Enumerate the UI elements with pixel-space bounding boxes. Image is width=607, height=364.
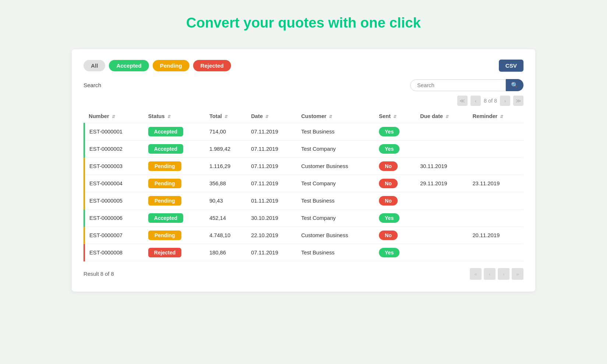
cell-due-date <box>416 123 468 140</box>
status-badge: Accepted <box>148 213 183 223</box>
filter-all-button[interactable]: All <box>84 60 105 71</box>
filter-accepted-button[interactable]: Accepted <box>109 60 149 71</box>
search-button[interactable]: 🔍 <box>506 79 523 91</box>
cell-number: EST-0000003 <box>84 158 144 175</box>
cell-date: 22.10.2019 <box>246 227 297 244</box>
status-badge: Pending <box>148 196 181 206</box>
footer-row: Result 8 of 8 « ‹ › » <box>84 268 523 280</box>
cell-sent: No <box>375 158 416 175</box>
col-reminder: Reminder ⇵ <box>468 110 523 123</box>
status-badge: Rejected <box>148 248 182 257</box>
cell-customer: Customer Business <box>297 227 375 244</box>
table-row[interactable]: EST-0000008 Rejected 180,86 07.11.2019 T… <box>84 244 523 261</box>
cell-sent: No <box>375 175 416 192</box>
cell-total: 4.748,10 <box>205 227 246 244</box>
cell-customer: Test Company <box>297 175 375 192</box>
cell-reminder <box>468 140 523 158</box>
cell-due-date <box>416 227 468 244</box>
cell-reminder <box>468 123 523 140</box>
cell-total: 1.116,29 <box>205 158 246 175</box>
sent-badge: No <box>379 231 398 240</box>
table-row[interactable]: EST-0000006 Accepted 452,14 30.10.2019 T… <box>84 210 523 227</box>
col-number: Number ⇵ <box>84 110 144 123</box>
search-label: Search <box>84 82 101 88</box>
cell-total: 1.989,42 <box>205 140 246 158</box>
table-row[interactable]: EST-0000007 Pending 4.748,10 22.10.2019 … <box>84 227 523 244</box>
pagination-bottom: « ‹ › » <box>470 268 523 280</box>
page-title: Convert your quotes with one click <box>186 15 421 31</box>
cell-total: 452,14 <box>205 210 246 227</box>
prev-page-button[interactable]: ‹ <box>484 268 496 280</box>
sort-icon-status: ⇵ <box>167 114 171 119</box>
cell-number: EST-0000005 <box>84 192 144 210</box>
sent-badge: Yes <box>379 248 400 257</box>
filter-rejected-button[interactable]: Rejected <box>193 60 231 71</box>
sent-badge: Yes <box>379 144 400 154</box>
sent-badge: Yes <box>379 127 400 136</box>
status-badge: Accepted <box>148 127 183 136</box>
next-page-button-top[interactable]: › <box>500 96 510 106</box>
cell-status: Pending <box>144 175 205 192</box>
pagination-info-top: 8 of 8 <box>484 98 497 104</box>
cell-total: 90,43 <box>205 192 246 210</box>
sort-icon-sent: ⇵ <box>393 114 397 119</box>
status-badge: Pending <box>148 179 181 188</box>
sort-icon-due-date: ⇵ <box>446 114 449 119</box>
cell-due-date <box>416 244 468 261</box>
cell-date: 07.11.2019 <box>246 244 297 261</box>
table-row[interactable]: EST-0000001 Accepted 714,00 07.11.2019 T… <box>84 123 523 140</box>
col-sent: Sent ⇵ <box>375 110 416 123</box>
sort-icon-total: ⇵ <box>224 114 228 119</box>
table-row[interactable]: EST-0000003 Pending 1.116,29 07.11.2019 … <box>84 158 523 175</box>
cell-reminder: 23.11.2019 <box>468 175 523 192</box>
first-page-button[interactable]: « <box>470 268 482 280</box>
next-page-button[interactable]: › <box>498 268 510 280</box>
table-row[interactable]: EST-0000005 Pending 90,43 01.11.2019 Tes… <box>84 192 523 210</box>
cell-sent: Yes <box>375 244 416 261</box>
csv-button[interactable]: CSV <box>499 60 523 72</box>
cell-customer: Test Company <box>297 140 375 158</box>
table-row[interactable]: EST-0000004 Pending 356,88 07.11.2019 Te… <box>84 175 523 192</box>
cell-customer: Customer Business <box>297 158 375 175</box>
toolbar: All Accepted Pending Rejected CSV <box>84 60 523 72</box>
result-label: Result 8 of 8 <box>84 271 114 277</box>
search-input[interactable] <box>410 79 506 91</box>
table-header: Number ⇵ Status ⇵ Total ⇵ Date ⇵ Custome… <box>84 110 523 123</box>
cell-total: 180,86 <box>205 244 246 261</box>
sent-badge: No <box>379 196 398 206</box>
prev-page-button-top[interactable]: ‹ <box>471 96 481 106</box>
cell-status: Pending <box>144 227 205 244</box>
first-page-button-top[interactable]: ≪ <box>457 96 468 106</box>
cell-sent: Yes <box>375 210 416 227</box>
last-page-button[interactable]: » <box>512 268 523 280</box>
last-page-button-top[interactable]: ≫ <box>513 96 523 106</box>
cell-number: EST-0000004 <box>84 175 144 192</box>
cell-status: Accepted <box>144 140 205 158</box>
cell-number: EST-0000002 <box>84 140 144 158</box>
cell-sent: Yes <box>375 140 416 158</box>
cell-date: 01.11.2019 <box>246 192 297 210</box>
cell-number: EST-0000008 <box>84 244 144 261</box>
status-badge: Pending <box>148 231 181 240</box>
cell-sent: No <box>375 192 416 210</box>
main-card: All Accepted Pending Rejected CSV Search… <box>72 49 535 292</box>
cell-status: Pending <box>144 192 205 210</box>
quotes-table: Number ⇵ Status ⇵ Total ⇵ Date ⇵ Custome… <box>84 110 523 261</box>
cell-date: 07.11.2019 <box>246 140 297 158</box>
cell-reminder <box>468 210 523 227</box>
col-due-date: Due date ⇵ <box>416 110 468 123</box>
cell-sent: Yes <box>375 123 416 140</box>
cell-total: 714,00 <box>205 123 246 140</box>
col-total: Total ⇵ <box>205 110 246 123</box>
cell-customer: Test Business <box>297 244 375 261</box>
filter-pending-button[interactable]: Pending <box>153 60 189 71</box>
filter-buttons: All Accepted Pending Rejected <box>84 60 231 71</box>
cell-sent: No <box>375 227 416 244</box>
cell-due-date <box>416 210 468 227</box>
cell-total: 356,88 <box>205 175 246 192</box>
sort-icon-reminder: ⇵ <box>500 114 503 119</box>
cell-reminder <box>468 244 523 261</box>
table-row[interactable]: EST-0000002 Accepted 1.989,42 07.11.2019… <box>84 140 523 158</box>
pagination-top: ≪ ‹ 8 of 8 › ≫ <box>84 96 523 106</box>
cell-date: 07.11.2019 <box>246 175 297 192</box>
